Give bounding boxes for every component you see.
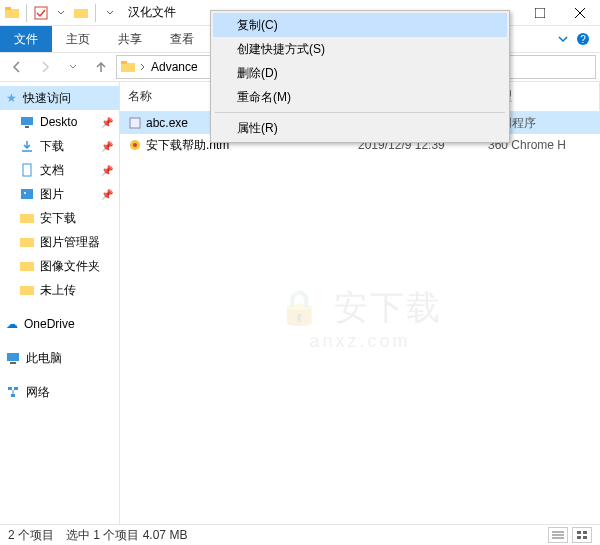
tab-view[interactable]: 查看	[156, 26, 208, 52]
tab-home[interactable]: 主页	[52, 26, 104, 52]
ctx-copy[interactable]: 复制(C)	[213, 13, 507, 37]
pin-icon: 📌	[101, 141, 113, 152]
svg-rect-36	[577, 536, 581, 539]
quick-access-toolbar	[0, 4, 122, 22]
ctx-label: 复制(C)	[237, 17, 278, 34]
folder-icon	[20, 259, 34, 273]
svg-rect-28	[130, 118, 140, 128]
separator	[95, 4, 96, 22]
watermark-text: 🔒 安下载	[278, 285, 441, 331]
svg-rect-26	[11, 394, 15, 397]
separator	[26, 4, 27, 22]
folder-icon	[121, 60, 135, 74]
sidebar-item-label: 下载	[40, 138, 64, 155]
svg-rect-0	[5, 9, 19, 18]
watermark: 🔒 安下载 anxz.com	[278, 285, 441, 352]
separator	[215, 112, 505, 113]
sidebar-item-folder[interactable]: 安下载	[0, 206, 119, 230]
svg-rect-15	[23, 164, 31, 176]
sidebar-item-downloads[interactable]: 下载📌	[0, 134, 119, 158]
sidebar-item-label: OneDrive	[24, 317, 75, 331]
folder-icon	[20, 283, 34, 297]
forward-button[interactable]	[32, 54, 58, 80]
breadcrumb-text[interactable]: Advance	[151, 60, 198, 74]
ctx-rename[interactable]: 重命名(M)	[213, 85, 507, 109]
svg-rect-1	[5, 7, 11, 10]
chevron-down-icon[interactable]	[558, 34, 568, 44]
ctx-delete[interactable]: 删除(D)	[213, 61, 507, 85]
folder-icon	[4, 5, 20, 21]
svg-rect-21	[20, 286, 34, 295]
ctx-label: 删除(D)	[237, 65, 278, 82]
star-icon: ★	[6, 91, 17, 105]
tab-label: 主页	[66, 31, 90, 48]
dropdown-icon[interactable]	[102, 5, 118, 21]
svg-rect-22	[7, 353, 19, 361]
dropdown-icon[interactable]	[53, 5, 69, 21]
sidebar-item-documents[interactable]: 文档📌	[0, 158, 119, 182]
svg-rect-34	[577, 531, 581, 534]
folder-icon	[20, 235, 34, 249]
back-button[interactable]	[4, 54, 30, 80]
ctx-label: 属性(R)	[237, 120, 278, 137]
view-icons-button[interactable]	[572, 527, 592, 543]
recent-dropdown[interactable]	[60, 54, 86, 80]
svg-rect-2	[35, 7, 47, 19]
desktop-icon	[20, 115, 34, 129]
exe-icon	[128, 116, 142, 130]
ribbon-right: ?	[558, 26, 600, 52]
document-icon	[20, 163, 34, 177]
up-button[interactable]	[88, 54, 114, 80]
ctx-label: 创建快捷方式(S)	[237, 41, 325, 58]
status-item-count: 2 个项目	[8, 527, 54, 544]
tab-file[interactable]: 文件	[0, 26, 52, 52]
tab-label: 查看	[170, 31, 194, 48]
folder-icon	[20, 211, 34, 225]
status-bar: 2 个项目 选中 1 个项目 4.07 MB	[0, 524, 600, 545]
view-switcher	[548, 527, 592, 543]
network-icon	[6, 385, 20, 399]
column-label: 名称	[128, 88, 152, 105]
svg-rect-10	[121, 63, 135, 72]
svg-rect-5	[535, 8, 545, 18]
svg-rect-3	[74, 9, 88, 18]
view-details-button[interactable]	[548, 527, 568, 543]
sidebar-item-folder[interactable]: 图像文件夹	[0, 254, 119, 278]
close-button[interactable]	[560, 0, 600, 26]
sidebar-network[interactable]: 网络	[0, 380, 119, 404]
tab-label: 共享	[118, 31, 142, 48]
cloud-icon: ☁	[6, 317, 18, 331]
sidebar-item-pictures[interactable]: 图片📌	[0, 182, 119, 206]
file-list: 名称 修改日期 类型 abc.exe 2020/1/19 13:42 应用程序 …	[120, 82, 600, 524]
sidebar-item-label: 安下载	[40, 210, 76, 227]
body: ★ 快速访问 Deskto📌 下载📌 文档📌 图片📌 安下载 图片管理器 图像文…	[0, 82, 600, 524]
svg-rect-25	[14, 387, 18, 390]
picture-icon	[20, 187, 34, 201]
help-icon[interactable]: ?	[576, 32, 590, 46]
svg-rect-18	[20, 214, 34, 223]
tab-label: 文件	[14, 31, 38, 48]
sidebar-item-label: 图片	[40, 186, 64, 203]
ctx-label: 重命名(M)	[237, 89, 291, 106]
svg-rect-35	[583, 531, 587, 534]
window-title: 汉化文件	[122, 4, 176, 21]
pin-icon: 📌	[101, 165, 113, 176]
pin-icon: 📌	[101, 189, 113, 200]
sidebar-item-desktop[interactable]: Deskto📌	[0, 110, 119, 134]
download-icon	[20, 139, 34, 153]
sidebar-item-folder[interactable]: 图片管理器	[0, 230, 119, 254]
svg-rect-37	[583, 536, 587, 539]
tab-share[interactable]: 共享	[104, 26, 156, 52]
ctx-create-shortcut[interactable]: 创建快捷方式(S)	[213, 37, 507, 61]
sidebar-item-label: 网络	[26, 384, 50, 401]
sidebar-quick-access[interactable]: ★ 快速访问	[0, 86, 119, 110]
maximize-button[interactable]	[520, 0, 560, 26]
sidebar-thispc[interactable]: 此电脑	[0, 346, 119, 370]
ctx-properties[interactable]: 属性(R)	[213, 116, 507, 140]
sidebar-onedrive[interactable]: ☁OneDrive	[0, 312, 119, 336]
sidebar-item-folder[interactable]: 未上传	[0, 278, 119, 302]
svg-point-17	[24, 192, 26, 194]
chevron-right-icon[interactable]	[139, 63, 147, 71]
context-menu: 复制(C) 创建快捷方式(S) 删除(D) 重命名(M) 属性(R)	[210, 10, 510, 143]
checkbox-icon[interactable]	[33, 5, 49, 21]
